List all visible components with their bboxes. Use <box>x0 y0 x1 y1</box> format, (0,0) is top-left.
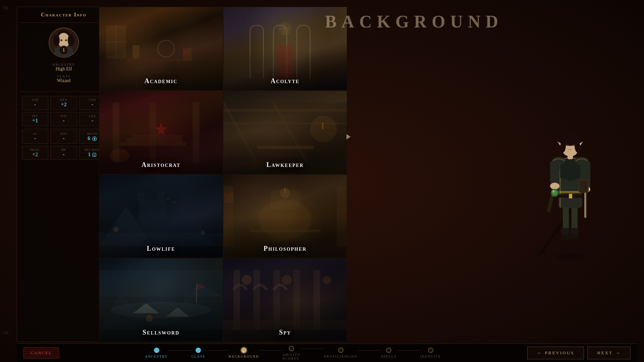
ability-scores-step-dot <box>289 346 294 351</box>
class-value: Wizard <box>17 78 110 83</box>
identity-step-dot <box>428 348 433 353</box>
stats-section: STR - DEX +2 CON - INT +1 WIS - CHA <box>17 93 110 165</box>
prof-label: PROF. <box>23 148 47 152</box>
aristocrat-label: Aristocrat <box>99 161 223 169</box>
svg-rect-95 <box>559 191 581 193</box>
svg-point-87 <box>550 183 559 189</box>
acolyte-label: Acolyte <box>223 77 347 85</box>
svg-point-101 <box>566 144 569 146</box>
nav-step-class[interactable]: ✓ CLASS <box>180 348 217 358</box>
svg-point-90 <box>552 190 554 192</box>
active-step-icon <box>242 350 245 353</box>
svg-text:6: 6 <box>94 154 95 157</box>
divider-2 <box>20 92 107 92</box>
init-label: INIT <box>52 132 75 135</box>
character-figure <box>533 94 607 255</box>
stat-prof: PROF. +2 <box>22 146 48 160</box>
avatar-area: 1 <box>17 24 110 61</box>
svg-point-105 <box>552 157 566 165</box>
prev-arrow-icon: ← <box>537 350 542 356</box>
background-card-sellsword[interactable]: Sellsword <box>99 258 223 342</box>
nav-step-identity[interactable]: IDENTITY <box>409 348 453 358</box>
int-value: +1 <box>23 118 47 124</box>
spells-step-label: SPELLS <box>381 355 397 358</box>
nav-buttons: ← PREVIOUS NEXT → <box>527 347 631 359</box>
svg-rect-93 <box>584 191 586 218</box>
nav-step-proficiencies[interactable]: PROFICIENCIES <box>312 348 369 358</box>
nav-step-ability-scores[interactable]: ABILITYSCORES <box>271 346 312 360</box>
character-shadow <box>550 251 590 261</box>
spells-step-dot <box>386 348 391 353</box>
dex-label: DEX <box>52 98 75 102</box>
stats-row-4: PROF. +2 HP - HIT DICE 1 6 <box>22 146 106 160</box>
stat-wis: WIS - <box>50 112 77 126</box>
init-value: - <box>52 135 75 141</box>
ancestry-step-dot: ✓ <box>154 348 159 353</box>
nav-step-ancestry[interactable]: ✓ ANCESTRY <box>133 348 179 358</box>
nav-step-background[interactable]: BACKGROUND <box>217 348 271 358</box>
svg-point-2 <box>53 34 60 46</box>
background-card-aristocrat[interactable]: Aristocrat <box>99 90 223 174</box>
background-card-philosopher[interactable]: Philosopher <box>223 174 347 258</box>
dex-value: +2 <box>52 102 75 108</box>
lawkeeper-label: Lawkeeper <box>223 161 347 169</box>
page-title: BACKGROUND <box>325 12 503 32</box>
hp-value: - <box>52 152 75 158</box>
divider-1 <box>20 22 107 23</box>
proficiencies-step-dot <box>338 348 343 353</box>
previous-button[interactable]: ← PREVIOUS <box>527 347 584 359</box>
character-sidebar: Character Info <box>17 7 111 342</box>
philosopher-label: Philosopher <box>223 245 347 252</box>
stat-ac: AC - <box>22 130 48 144</box>
svg-point-6 <box>60 39 62 41</box>
cursor-indicator <box>346 134 351 139</box>
divider-3 <box>25 128 102 128</box>
corner-decoration-bl: ❧ <box>2 327 10 339</box>
stats-row-2: INT +1 WIS - CHA - <box>22 112 106 126</box>
ancestry-value: High Elf <box>17 66 110 72</box>
identity-step-label: IDENTITY <box>420 355 441 358</box>
stat-dex: DEX +2 <box>50 96 77 110</box>
background-step-dot <box>241 348 247 353</box>
background-card-academic[interactable]: Academic <box>99 7 223 90</box>
svg-rect-85 <box>569 194 572 198</box>
sellsword-label: Sellsword <box>99 328 223 336</box>
ac-label: AC <box>23 132 47 135</box>
str-value: - <box>23 102 47 108</box>
character-svg <box>533 94 607 255</box>
main-content: BACKGROUND Academic <box>99 7 637 342</box>
background-step-label: BACKGROUND <box>229 355 259 358</box>
stats-row-1: STR - DEX +2 CON - <box>22 96 106 110</box>
proficiencies-step-label: PROFICIENCIES <box>324 355 357 358</box>
next-arrow-icon: → <box>615 350 621 356</box>
ability-scores-step-label: ABILITYSCORES <box>282 353 301 360</box>
next-button[interactable]: NEXT → <box>587 347 631 359</box>
svg-marker-9 <box>94 137 96 140</box>
class-checkmark: ✓ <box>197 349 200 352</box>
prof-value: +2 <box>23 152 47 158</box>
background-card-lowlife[interactable]: Lowlife <box>99 174 223 258</box>
stat-hp: HP - <box>50 146 77 160</box>
svg-rect-81 <box>570 235 579 239</box>
character-model-area <box>503 7 637 342</box>
corner-decoration-tl: ❧ <box>2 2 10 13</box>
cancel-button[interactable]: CANCEL <box>23 347 59 359</box>
svg-rect-80 <box>561 235 570 239</box>
background-card-lawkeeper[interactable]: Lawkeeper <box>223 90 347 174</box>
dice-icon: 6 <box>92 153 97 157</box>
nav-step-spells[interactable]: SPELLS <box>369 348 409 358</box>
background-card-spy[interactable]: Spy <box>223 258 347 342</box>
char-details: ANCESTRY High Elf CLASS Wizard <box>17 61 110 90</box>
ancestry-label: ANCESTRY <box>17 63 110 66</box>
level-badge: 1 <box>59 46 68 55</box>
int-label: INT <box>23 114 47 118</box>
svg-point-100 <box>575 138 583 153</box>
svg-point-106 <box>575 157 588 165</box>
ancestry-step-label: ANCESTRY <box>145 355 168 358</box>
nav-steps: ✓ ANCESTRY ✓ CLASS BACKGROUND ABILITYS <box>59 346 527 360</box>
lowlife-label: Lowlife <box>99 245 223 252</box>
svg-point-102 <box>572 144 575 146</box>
bottom-navigation: CANCEL ✓ ANCESTRY ✓ CLASS BACKGRO <box>17 344 637 362</box>
class-step-label: CLASS <box>192 355 205 358</box>
stat-str: STR - <box>22 96 48 110</box>
